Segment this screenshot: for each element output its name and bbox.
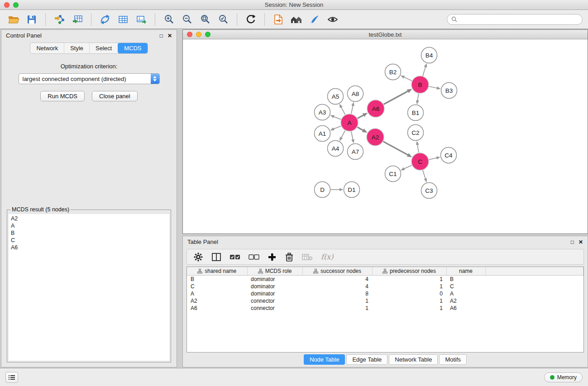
graph-edge[interactable] (384, 91, 408, 104)
table-cell[interactable]: C (187, 283, 247, 290)
table-cell[interactable]: A (187, 290, 247, 297)
graph-node[interactable]: A6 (367, 100, 384, 117)
graph-edge[interactable] (357, 127, 363, 131)
network-window-titlebar[interactable]: testGlobe.txt (183, 30, 588, 39)
graph-node[interactable]: A2 (367, 129, 384, 146)
table-cell[interactable]: 1 (372, 283, 446, 290)
tab-edge-table[interactable]: Edge Table (346, 354, 387, 365)
graph-edge[interactable] (358, 115, 364, 118)
graph-edge[interactable] (429, 158, 437, 160)
tab-network-table[interactable]: Network Table (389, 354, 438, 365)
column-header[interactable]: predecessor nodes (372, 267, 446, 276)
graph-node[interactable]: A8 (348, 86, 363, 102)
zoom-in-button[interactable] (161, 12, 177, 27)
run-mcds-button[interactable]: Run MCDS (40, 91, 85, 101)
column-header[interactable]: shared name (187, 267, 247, 276)
zoom-selected-button[interactable] (215, 12, 231, 27)
table-cell[interactable]: 1 (302, 297, 372, 305)
graph-node[interactable]: A3 (315, 105, 330, 120)
new-table-button[interactable] (115, 12, 131, 27)
table-cell[interactable]: dominator (247, 290, 302, 297)
graph-node[interactable]: B3 (441, 83, 457, 99)
table-cell[interactable]: 1 (372, 297, 446, 305)
network-graph[interactable]: B4B2BB3A5A8A6A3B1AC2A1A2A4A7C4CC1C3DD1 (183, 39, 588, 234)
import-network-from-file-button[interactable] (51, 12, 67, 27)
table-cell[interactable]: 0 (372, 290, 446, 297)
table-cell[interactable]: A6 (446, 305, 485, 312)
result-item[interactable]: A (11, 222, 167, 229)
graph-edge[interactable] (404, 165, 412, 169)
table-cell[interactable]: connector (247, 305, 302, 312)
graph-node[interactable]: C2 (408, 125, 424, 141)
open-file-button[interactable] (270, 12, 287, 27)
table-row[interactable]: Adominator80A (187, 290, 583, 297)
graph-edge[interactable] (417, 94, 419, 101)
zoom-fit-button[interactable] (197, 12, 213, 27)
apply-layout-button[interactable] (243, 12, 259, 27)
tab-mcds[interactable]: MCDS (118, 43, 147, 53)
graph-edge[interactable] (404, 77, 412, 81)
table-row[interactable]: Cdominator41C (187, 283, 583, 290)
node-table-container[interactable]: shared nameMCDS rolesuccessor nodesprede… (186, 267, 584, 353)
graph-edge[interactable] (429, 86, 437, 88)
table-cell[interactable]: 1 (372, 276, 446, 283)
table-cell[interactable]: 4 (302, 283, 372, 290)
create-column-button[interactable] (268, 253, 277, 262)
graph-node[interactable]: C3 (421, 183, 437, 199)
close-panel-icon[interactable]: ✕ (578, 239, 583, 245)
graph-node[interactable]: B2 (385, 64, 401, 80)
zoom-out-button[interactable] (179, 12, 195, 27)
graph-node[interactable]: B4 (421, 48, 437, 63)
float-panel-icon[interactable]: □ (571, 239, 574, 245)
graph-node[interactable]: C4 (441, 148, 457, 163)
open-session-button[interactable] (5, 12, 22, 27)
table-cell[interactable]: C (446, 283, 485, 290)
paint-style-button[interactable] (306, 12, 323, 27)
graph-node[interactable]: B1 (408, 105, 424, 121)
select-all-button[interactable] (229, 254, 240, 260)
float-panel-icon[interactable]: □ (160, 33, 163, 38)
close-traffic-light[interactable] (4, 2, 10, 8)
table-cell[interactable]: 1 (372, 305, 446, 312)
table-cell[interactable]: B (187, 276, 247, 283)
export-image-button[interactable] (133, 12, 149, 27)
close-panel-icon[interactable]: ✕ (167, 33, 172, 38)
mcds-result-list[interactable]: A2ABCA6 (9, 214, 169, 361)
graph-edge[interactable] (334, 116, 341, 119)
table-cell[interactable]: connector (247, 297, 302, 305)
column-header[interactable]: MCDS role (247, 267, 302, 276)
table-row[interactable]: A2connector11A2 (187, 297, 583, 305)
graph-edge[interactable] (383, 142, 408, 155)
network-canvas[interactable]: B4B2BB3A5A8A6A3B1AC2A1A2A4A7C4CC1C3DD1 (183, 39, 588, 234)
graph-edge[interactable] (341, 131, 345, 138)
table-cell[interactable]: A6 (187, 305, 247, 312)
graph-node[interactable]: A4 (328, 141, 344, 157)
result-item[interactable]: A2 (11, 215, 167, 222)
graph-edge[interactable] (423, 170, 425, 179)
zoom-traffic-light[interactable] (13, 2, 19, 8)
search-input[interactable] (459, 16, 578, 23)
graph-node[interactable]: B (411, 76, 429, 93)
graph-node[interactable]: C (411, 153, 429, 170)
zoom-traffic-light[interactable] (205, 32, 210, 37)
graph-edge[interactable] (351, 132, 353, 140)
task-history-button[interactable] (5, 372, 18, 383)
table-cell[interactable]: A2 (187, 297, 247, 305)
table-cell[interactable]: 8 (302, 290, 372, 297)
column-header[interactable]: name (446, 267, 485, 276)
show-columns-button[interactable] (211, 253, 221, 262)
tab-motifs[interactable]: Motifs (439, 354, 467, 365)
tab-style[interactable]: Style (64, 43, 89, 53)
table-cell[interactable]: A (446, 290, 485, 297)
graph-node[interactable]: A5 (328, 89, 344, 105)
graph-edge[interactable] (341, 107, 345, 114)
table-cell[interactable]: dominator (247, 283, 302, 290)
graph-node[interactable]: C1 (385, 166, 401, 182)
table-cell[interactable]: A2 (446, 297, 485, 305)
close-traffic-light[interactable] (187, 32, 192, 37)
graph-node[interactable]: A1 (315, 126, 330, 142)
deselect-all-button[interactable] (249, 254, 259, 260)
memory-button[interactable]: Memory (544, 372, 583, 382)
optimization-criterion-dropdown[interactable]: largest connected component (directed) (19, 73, 160, 84)
table-cell[interactable]: dominator (247, 276, 302, 283)
